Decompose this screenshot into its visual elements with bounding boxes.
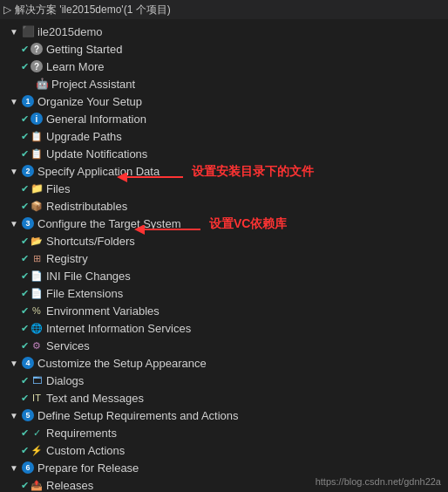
check-icon: ✔ [21,61,29,72]
env-icon: % [30,304,44,318]
general-info-item[interactable]: ✔ i General Information [0,110,448,127]
check-icon: ✔ [21,131,29,142]
check-icon: ✔ [21,340,29,352]
getting-started-item[interactable]: ✔ ? Getting Started [0,40,448,58]
check-icon: ✔ [21,270,29,282]
ini-icon: 📄 [30,269,44,283]
check-icon: ✔ [21,183,29,195]
dialog-icon: 🗔 [30,373,44,387]
num6-icon: 6 [21,461,35,475]
requirements-label: Requirements [46,427,117,440]
expand-arrow: ▼ [7,356,21,370]
redistributables-item[interactable]: ✔ 📦 Redistributables [0,197,448,215]
check-icon: ✔ [21,305,29,317]
check-icon: ✔ [21,375,29,386]
check-icon: ✔ [21,393,29,404]
project-icon: ⬛ [21,24,35,38]
doc-icon: 📋 [30,129,44,143]
customize-appearance-item[interactable]: ▼ 4 Customize the Setup Appearance [0,354,448,372]
project-label: ile2015demo [37,25,102,38]
dialogs-label: Dialogs [46,374,84,387]
file-extensions-item[interactable]: ✔ 📄 File Extensions [0,284,448,302]
solution-title: 解决方案 'ile2015demo'(1 个项目) [15,3,171,17]
text-messages-item[interactable]: ✔ IT Text and Messages [0,389,448,407]
robot-icon: 🤖 [35,77,49,91]
ini-file-changes-item[interactable]: ✔ 📄 INI File Changes [0,267,448,284]
check-icon: ✔ [21,201,29,212]
check-icon: ✔ [21,288,29,299]
release-icon: 📤 [30,478,44,492]
notif-icon: 📋 [30,147,44,161]
files-item[interactable]: ✔ 📁 Files [0,180,448,197]
custom-icon: ⚡ [30,443,44,457]
define-requirements-label: Define Setup Requirements and Actions [37,409,239,422]
registry-item[interactable]: ✔ ⊞ Registry [0,249,448,267]
check-icon: ✔ [21,323,29,334]
solution-header: ▷ 解决方案 'ile2015demo'(1 个项目) [0,0,448,19]
redistributables-label: Redistributables [46,200,127,213]
env-variables-item[interactable]: ✔ % Environment Variables [0,302,448,319]
question-icon2: ? [30,59,44,73]
shortcuts-folders-label: Shortcuts/Folders [46,235,135,248]
expand-arrow: ▼ [7,164,21,178]
upgrade-paths-label: Upgrade Paths [46,130,122,143]
service-icon: ⚙ [30,338,44,352]
learn-more-item[interactable]: ✔ ? Learn More [0,58,448,75]
redist-icon: 📦 [30,199,44,213]
organize-setup-label: Organize Your Setup [37,95,142,108]
project-root[interactable]: ▼ ⬛ ile2015demo [0,23,448,40]
expand-arrow: ▼ [7,216,21,230]
dialogs-item[interactable]: ✔ 🗔 Dialogs [0,372,448,389]
organize-setup-item[interactable]: ▼ 1 Organize Your Setup [0,92,448,110]
services-label: Services [46,339,90,352]
specify-app-data-item[interactable]: ▼ 2 Specify Application Data [0,162,448,180]
prepare-release-item[interactable]: ▼ 6 Prepare for Release [0,459,448,476]
releases-label: Releases [46,479,93,492]
files-label: Files [46,182,70,195]
customize-appearance-label: Customize the Setup Appearance [37,357,207,370]
check-icon: ✔ [21,445,29,456]
solution-icon: ▷ [3,3,11,16]
expand-arrow: ▼ [7,24,21,38]
folder-icon: 📁 [30,181,44,195]
num3-icon: 3 [21,216,35,230]
general-info-label: General Information [46,113,146,126]
upgrade-paths-item[interactable]: ✔ 📋 Upgrade Paths [0,127,448,145]
registry-icon: ⊞ [30,251,44,265]
expand-arrow: ▼ [7,461,21,475]
internet-info-svc-label: Internet Information Services [46,322,191,335]
check-icon: ✔ [21,148,29,160]
update-notifications-item[interactable]: ✔ 📋 Update Notifications [0,145,448,162]
check-icon: ✔ [21,113,29,125]
configure-target-item[interactable]: ▼ 3 Configure the Target System [0,215,448,232]
shortcut-icon: 📂 [30,234,44,248]
num5-icon: 5 [21,408,35,422]
project-assistant-item[interactable]: 🤖 Project Assistant [0,75,448,92]
shortcuts-folders-item[interactable]: ✔ 📂 Shortcuts/Folders [0,232,448,249]
info-icon: i [30,112,44,126]
check-icon: ✔ [21,44,29,55]
services-item[interactable]: ✔ ⚙ Services [0,337,448,354]
file-extensions-label: File Extensions [46,287,123,300]
num4-icon: 4 [21,356,35,370]
watermark: https://blog.csdn.net/gdnh22a [316,476,441,487]
learn-more-label: Learn More [46,60,104,73]
web-icon: 🌐 [30,321,44,335]
requirements-item[interactable]: ✔ ✓ Requirements [0,424,448,441]
check-icon: ✔ [21,427,29,439]
ext-icon: 📄 [30,286,44,300]
internet-info-svc-item[interactable]: ✔ 🌐 Internet Information Services [0,319,448,337]
define-requirements-item[interactable]: ▼ 5 Define Setup Requirements and Action… [0,407,448,424]
env-variables-label: Environment Variables [46,304,160,318]
tree-container: ▼ ⬛ ile2015demo ✔ ? Getting Started ✔ ? … [0,19,448,492]
prepare-release-label: Prepare for Release [37,461,139,475]
specify-app-data-label: Specify Application Data [37,165,160,178]
project-assistant-label: Project Assistant [51,78,135,91]
custom-actions-item[interactable]: ✔ ⚡ Custom Actions [0,441,448,459]
ini-file-changes-label: INI File Changes [46,270,131,283]
text-icon: IT [30,391,44,405]
custom-actions-label: Custom Actions [46,444,125,457]
question-icon: ? [30,42,44,56]
configure-target-label: Configure the Target System [37,217,181,230]
expand-arrow: ▼ [7,408,21,422]
